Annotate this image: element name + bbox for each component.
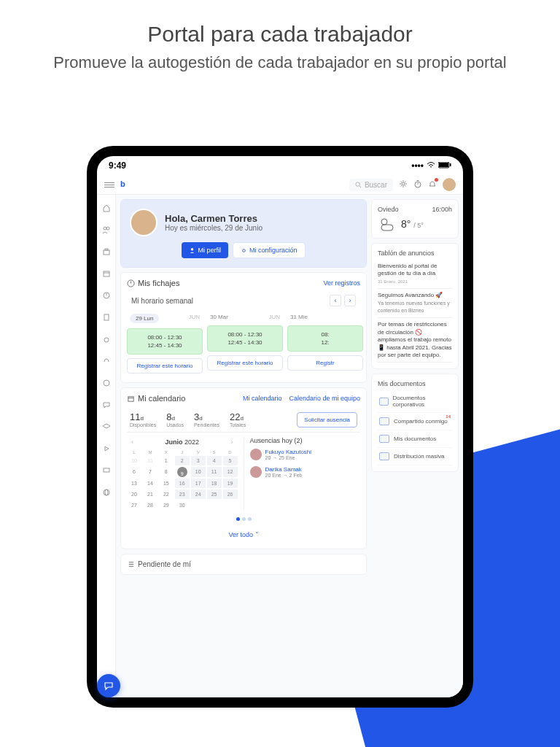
cal-day[interactable]: 30 [175, 500, 190, 510]
nav-doc-icon[interactable] [102, 311, 111, 325]
cal-day[interactable]: 11 [207, 467, 222, 477]
cal-day[interactable]: 20 [127, 489, 141, 499]
topbar: b Buscar [97, 175, 463, 195]
cal-day[interactable]: 23 [175, 489, 190, 499]
absence-avatar [250, 449, 262, 460]
profile-button[interactable]: Mi perfil [182, 242, 228, 258]
cal-day[interactable]: 30 [127, 456, 141, 465]
nav-play-icon[interactable] [102, 443, 111, 456]
stopwatch-icon[interactable] [413, 179, 422, 190]
cal-day[interactable]: 31 [143, 456, 158, 465]
greeting-date: Hoy es miércoles, 29 de Junio [165, 224, 262, 232]
cal-day[interactable]: 28 [143, 500, 158, 510]
svg-line-4 [359, 185, 361, 187]
register-schedule-button[interactable]: Registr [287, 355, 363, 371]
dow-label: S [207, 450, 222, 454]
cal-day[interactable]: 8 [159, 467, 174, 477]
fichajes-title: Mis fichajes [138, 279, 179, 287]
week-prev-button[interactable]: ‹ [330, 295, 341, 306]
cal-day[interactable]: 26 [223, 489, 238, 499]
cal-prev[interactable]: ‹ [131, 438, 133, 446]
cal-day[interactable]: 25 [207, 489, 222, 499]
cal-day[interactable]: 9 [177, 467, 187, 477]
bell-icon[interactable] [428, 179, 437, 190]
nav-home-icon[interactable] [102, 202, 111, 215]
cal-day[interactable]: 13 [127, 479, 141, 488]
cal-day[interactable]: 16 [175, 479, 190, 488]
nav-grad-icon[interactable] [102, 421, 111, 434]
cal-day[interactable]: 29 [159, 500, 174, 510]
greeting-name: Hola, Carmen Torres [165, 213, 262, 224]
nav-people-icon[interactable] [102, 224, 111, 237]
calendar-stat: 8dUsados [166, 411, 184, 427]
nav-chart-icon[interactable] [102, 377, 111, 390]
cal-day[interactable]: 3 [191, 456, 206, 465]
config-button[interactable]: Mi configuración [233, 242, 306, 258]
register-schedule-button[interactable]: Registrar este horario [207, 355, 283, 371]
ver-registros-link[interactable]: Ver registros [323, 279, 360, 287]
week-next-button[interactable]: › [344, 295, 356, 306]
cal-day[interactable]: 14 [143, 479, 158, 488]
board-item[interactable]: Por temas de restricciones de circulació… [378, 318, 452, 363]
wifi-icon [427, 160, 435, 171]
gear-icon [241, 247, 247, 254]
nav-clock-icon[interactable] [102, 290, 111, 303]
tab-team-calendar[interactable]: Calendario de mi equipo [289, 395, 360, 402]
search-input[interactable]: Buscar [349, 179, 393, 191]
request-absence-button[interactable]: Solicitar ausencia [297, 412, 357, 427]
cal-day[interactable]: 7 [143, 467, 158, 477]
logo: b [120, 179, 131, 190]
board-item[interactable]: Bienvenido al portal de gestión de tu dí… [378, 260, 452, 289]
absences-title: Ausencias hoy (2) [250, 437, 361, 444]
cal-day[interactable]: 5 [223, 456, 238, 465]
cal-day[interactable]: 15 [159, 479, 174, 488]
cal-day[interactable]: 10 [191, 467, 206, 477]
cal-day[interactable]: 27 [127, 500, 141, 510]
absence-item[interactable]: Darika Samak20 Ene → 2 Feb [250, 466, 361, 478]
nav-alarm-icon[interactable] [102, 333, 111, 347]
cal-day[interactable]: 1 [159, 456, 174, 465]
cal-day[interactable]: 4 [207, 456, 222, 465]
pending-title: Pendiente de mí [138, 560, 191, 568]
doc-item[interactable]: Documentos corporativos [378, 390, 452, 413]
tablet-frame: 9:49 •••• b Buscar [87, 146, 473, 708]
nav-calendar-icon[interactable] [102, 268, 111, 281]
svg-rect-11 [104, 250, 109, 255]
nav-chat-icon[interactable] [102, 399, 111, 412]
gear-icon[interactable] [399, 179, 408, 190]
svg-rect-27 [128, 397, 133, 401]
tab-my-calendar[interactable]: Mi calendario [243, 395, 282, 402]
nav-globe-icon[interactable] [102, 487, 111, 500]
chat-fab[interactable] [97, 674, 120, 697]
cal-day[interactable]: 21 [143, 489, 158, 499]
nav-headset-icon[interactable] [102, 355, 111, 368]
ver-todo-link[interactable]: Ver todo ˅ [228, 531, 258, 538]
greeting-card: Hola, Carmen Torres Hoy es miércoles, 29… [120, 199, 367, 268]
register-schedule-button[interactable]: Registrar este horario [127, 358, 203, 374]
cal-day[interactable]: 2 [175, 456, 190, 465]
folder-icon [379, 398, 389, 406]
cal-day[interactable]: 6 [127, 467, 141, 477]
time-block: 08:00 - 12:3012:45 - 14:30 [127, 328, 203, 355]
cal-next[interactable]: › [230, 438, 233, 446]
absence-item[interactable]: Fukuyo Kazutoshi20 → 25 Ene [250, 449, 361, 460]
svg-point-18 [104, 338, 109, 342]
board-item[interactable]: Seguimos Avanzando 🚀Ya tenemos nuevas fu… [378, 289, 452, 318]
doc-item[interactable]: Distribución masiva [378, 448, 452, 465]
cal-day[interactable]: 22 [159, 489, 174, 499]
weather-hi: 8° [401, 218, 411, 230]
doc-item[interactable]: Compartido conmigo14 [378, 413, 452, 430]
dow-label: J [175, 450, 190, 454]
nav-screen-icon[interactable] [102, 465, 111, 478]
nav-briefcase-icon[interactable] [102, 246, 111, 259]
menu-icon[interactable] [104, 182, 114, 187]
cal-day[interactable]: 18 [207, 479, 222, 488]
cal-day[interactable]: 24 [191, 489, 206, 499]
cal-day[interactable]: 12 [223, 467, 238, 477]
user-avatar[interactable] [443, 178, 456, 191]
cal-day[interactable]: 19 [223, 479, 238, 488]
chat-icon [104, 681, 114, 691]
doc-item[interactable]: Mis documentos [378, 430, 452, 448]
cal-day[interactable]: 17 [191, 479, 206, 488]
pending-card[interactable]: Pendiente de mí [120, 554, 367, 575]
